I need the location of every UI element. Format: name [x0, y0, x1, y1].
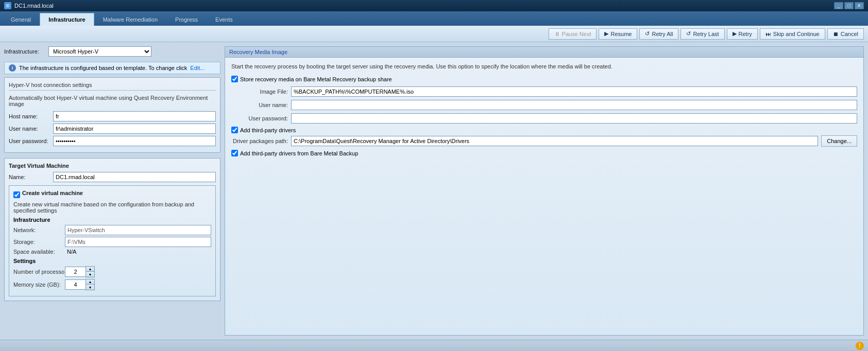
processors-up-button[interactable]: ▲ [86, 267, 94, 272]
resume-button[interactable]: ▶ Resume [599, 28, 637, 40]
user-name-row: User name: [9, 124, 216, 134]
space-label: Space available: [13, 249, 65, 255]
driver-packages-row: Driver packages path: Change... [231, 135, 857, 147]
network-value [65, 225, 211, 235]
retry-all-button[interactable]: ↺ Retry All [639, 28, 678, 40]
tab-general[interactable]: General [2, 13, 40, 26]
store-label: Store recovery media on Bare Metal Recov… [240, 76, 392, 82]
recovery-media-title: Recovery Media Image [225, 47, 863, 58]
rmi-user-password-row: User password: [231, 113, 857, 124]
network-label: Network: [13, 227, 65, 233]
maximize-button[interactable]: □ [844, 2, 854, 9]
hyperv-group: Hyper-V host connection settings Automat… [4, 77, 220, 153]
title-bar: ⊞ DC1.rmad.local _ □ ✕ [0, 0, 868, 11]
info-text: The infrastructure is configured based o… [19, 65, 187, 71]
retry-icon: ▶ [733, 30, 737, 37]
edit-link[interactable]: Edit... [190, 65, 205, 71]
cancel-icon: ⏹ [833, 31, 839, 37]
create-vm-description: Create new virtual machine based on the … [13, 201, 211, 214]
infra-subsection: Infrastructure [13, 217, 211, 223]
processors-down-button[interactable]: ▼ [86, 272, 94, 277]
driver-packages-label: Driver packages path: [231, 138, 288, 144]
add-drivers-backup-checkbox[interactable] [231, 150, 238, 156]
title-bar-buttons: _ □ ✕ [834, 2, 864, 9]
user-password-row: User password: [9, 136, 216, 146]
target-vm-section: Target Virtual Machine Name: Create virt… [4, 158, 220, 301]
add-drivers-backup-row: Add third-party drivers from Bare Metal … [231, 150, 857, 156]
memory-row: Memory size (GB): ▲ ▼ [13, 279, 211, 290]
tab-events[interactable]: Events [207, 13, 242, 26]
main-content: Infrastructure: Microsoft Hyper-V VMware… [0, 42, 868, 340]
memory-spinner-btns: ▲ ▼ [86, 279, 95, 290]
close-button[interactable]: ✕ [855, 2, 864, 9]
storage-label: Storage: [13, 239, 65, 245]
retry-all-icon: ↺ [645, 30, 650, 37]
infrastructure-select[interactable]: Microsoft Hyper-V VMware Physical [48, 46, 151, 57]
change-button[interactable]: Change... [821, 135, 857, 147]
vm-name-input[interactable] [53, 172, 216, 182]
rmi-user-password-label: User password: [231, 115, 288, 121]
space-row: Space available: N/A [13, 249, 211, 255]
processors-spinner-btns: ▲ ▼ [86, 266, 95, 277]
resume-icon: ▶ [604, 30, 608, 37]
create-vm-checkbox[interactable] [13, 191, 20, 198]
tab-progress[interactable]: Progress [166, 13, 207, 26]
recovery-description: Start the recovery process by booting th… [231, 63, 857, 71]
retry-button[interactable]: ▶ Retry [727, 28, 758, 40]
processors-spinner: ▲ ▼ [65, 266, 95, 277]
left-panel: Infrastructure: Microsoft Hyper-V VMware… [4, 46, 220, 336]
user-password-input[interactable] [53, 136, 216, 146]
add-drivers-checkbox[interactable] [231, 127, 238, 133]
image-file-input[interactable] [291, 86, 857, 97]
skip-continue-button[interactable]: ⏭ Skip and Continue [760, 28, 825, 40]
info-icon: i [9, 64, 16, 72]
store-checkbox[interactable] [231, 76, 238, 82]
image-file-row: Image File: [231, 86, 857, 97]
vm-name-label: Name: [9, 174, 50, 180]
processors-row: Number of processo ▲ ▼ [13, 266, 211, 277]
tab-infrastructure[interactable]: Infrastructure [40, 13, 94, 26]
window-title: DC1.rmad.local [14, 3, 834, 9]
recovery-media-box: Recovery Media Image Start the recovery … [225, 46, 864, 336]
infrastructure-row: Infrastructure: Microsoft Hyper-V VMware… [4, 46, 220, 57]
hyperv-title: Hyper-V host connection settings [9, 82, 216, 91]
space-value: N/A [67, 249, 76, 255]
tab-malware-remediation[interactable]: Malware Remediation [94, 13, 166, 26]
hyperv-description: Automatically boot Hyper-V virtual machi… [9, 95, 216, 107]
status-bar: ! [0, 340, 868, 351]
memory-input[interactable] [65, 279, 86, 290]
host-name-input[interactable] [53, 111, 216, 121]
status-warning-icon: ! [856, 342, 864, 350]
retry-last-button[interactable]: ↺ Retry Last [680, 28, 724, 40]
host-name-row: Host name: [9, 111, 216, 121]
storage-value [65, 237, 211, 247]
memory-label: Memory size (GB): [13, 282, 65, 288]
rmi-user-name-input[interactable] [291, 100, 857, 110]
memory-up-button[interactable]: ▲ [86, 279, 94, 285]
toolbar: ⏸ Pause Next ▶ Resume ↺ Retry All ↺ Retr… [0, 26, 868, 42]
create-vm-box: Create virtual machine Create new virtua… [9, 185, 216, 296]
target-vm-title: Target Virtual Machine [9, 163, 216, 169]
user-name-input[interactable] [53, 124, 216, 134]
vm-name-row: Name: [9, 172, 216, 182]
window-icon: ⊞ [4, 2, 11, 9]
add-drivers-row: Add third-party drivers [231, 127, 857, 133]
skip-icon: ⏭ [765, 31, 771, 37]
processors-input[interactable] [65, 267, 86, 277]
info-banner: i The infrastructure is configured based… [4, 62, 220, 74]
store-checkbox-row: Store recovery media on Bare Metal Recov… [231, 76, 857, 82]
rmi-user-password-input[interactable] [291, 113, 857, 124]
network-row: Network: [13, 225, 211, 235]
retry-last-icon: ↺ [686, 30, 691, 37]
create-vm-header: Create virtual machine [13, 190, 211, 199]
create-vm-label: Create virtual machine [22, 190, 83, 196]
add-drivers-label: Add third-party drivers [240, 127, 296, 133]
minimize-button[interactable]: _ [834, 2, 843, 9]
pause-next-button[interactable]: ⏸ Pause Next [549, 28, 597, 40]
cancel-button[interactable]: ⏹ Cancel [827, 28, 864, 40]
driver-packages-input[interactable] [291, 136, 818, 146]
memory-down-button[interactable]: ▼ [86, 285, 94, 290]
recovery-media-content: Start the recovery process by booting th… [225, 58, 863, 164]
rmi-user-name-row: User name: [231, 100, 857, 110]
add-drivers-backup-label: Add third-party drivers from Bare Metal … [240, 150, 358, 156]
